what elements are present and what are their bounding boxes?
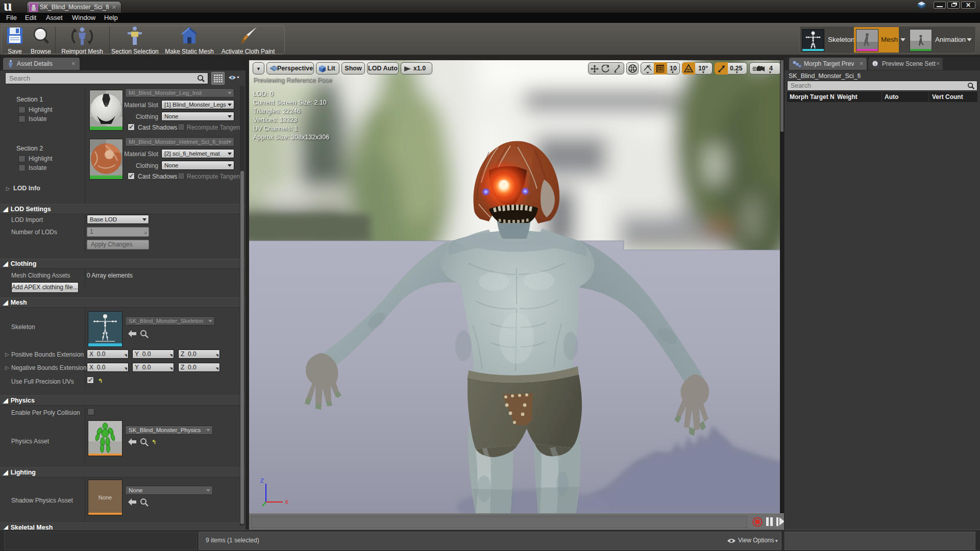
- svg-text:X: X: [285, 499, 289, 505]
- svg-text:Z: Z: [260, 478, 264, 484]
